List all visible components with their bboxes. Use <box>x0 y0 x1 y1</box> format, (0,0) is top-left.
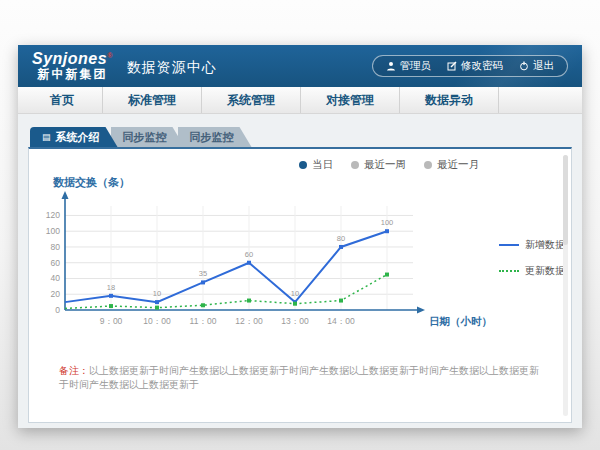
dotted-line-icon <box>499 270 519 272</box>
filter-last-week-label: 最近一周 <box>364 158 406 172</box>
tab-bar: ▤ 系统介绍 同步监控 同步监控 <box>30 127 582 147</box>
svg-text:80: 80 <box>337 234 345 243</box>
tab-system-intro[interactable]: ▤ 系统介绍 <box>30 127 118 147</box>
svg-text:18: 18 <box>107 283 115 292</box>
nav-item-home[interactable]: 首页 <box>22 87 103 113</box>
series-legend: 新增数据 更新数据 <box>499 238 569 278</box>
svg-text:13：00: 13：00 <box>281 316 309 326</box>
chart-row: 0204060801001209：0010：0011：0012：0013：001… <box>29 190 571 348</box>
document-icon: ▤ <box>42 133 51 142</box>
filter-last-month[interactable]: 最近一月 <box>424 158 479 172</box>
chart-panel: 当日 最近一周 最近一月 数据交换（条） 0204060801001209：00… <box>28 147 572 423</box>
line-chart: 0204060801001209：0010：0011：0012：0013：001… <box>29 190 499 348</box>
radio-selected-icon <box>299 161 307 169</box>
logo-text-en: Synjones® <box>32 51 113 68</box>
legend-updated-data: 更新数据 <box>499 264 569 278</box>
svg-text:9：00: 9：00 <box>100 316 123 326</box>
admin-user-button[interactable]: 管理员 <box>386 59 432 73</box>
y-axis-title: 数据交换（条） <box>53 175 571 190</box>
svg-text:10: 10 <box>153 289 161 298</box>
filter-last-week[interactable]: 最近一周 <box>351 158 406 172</box>
footer-note: 备注：以上数据更新于时间产生数据以上数据更新于时间产生数据以上数据更新于时间产生… <box>59 364 547 392</box>
app-header: Synjones® 新中新集团 数据资源中心 管理员 修改密码 退出 <box>18 45 582 87</box>
logout-label: 退出 <box>533 59 554 73</box>
user-icon <box>386 61 396 71</box>
svg-text:10: 10 <box>291 289 299 298</box>
svg-text:20: 20 <box>51 289 61 299</box>
svg-text:120: 120 <box>46 210 60 220</box>
content-area: ▤ 系统介绍 同步监控 同步监控 当日 最近一周 <box>18 114 582 423</box>
admin-user-label: 管理员 <box>400 59 432 73</box>
svg-text:10：00: 10：00 <box>143 316 171 326</box>
nav-item-standard-mgmt[interactable]: 标准管理 <box>103 87 202 113</box>
filter-today-label: 当日 <box>312 158 333 172</box>
svg-text:35: 35 <box>199 269 207 278</box>
solid-line-icon <box>499 244 519 246</box>
tab-sync-monitor-2-label: 同步监控 <box>190 130 234 145</box>
user-toolbar: 管理员 修改密码 退出 <box>372 55 569 77</box>
change-password-label: 修改密码 <box>461 59 503 73</box>
filter-last-month-label: 最近一月 <box>437 158 479 172</box>
radio-unselected-icon <box>424 161 432 169</box>
svg-text:0: 0 <box>55 305 60 315</box>
page-title: 数据资源中心 <box>127 59 217 77</box>
tab-sync-monitor-1[interactable]: 同步监控 <box>111 127 185 147</box>
tab-sync-monitor-1-label: 同步监控 <box>123 130 167 145</box>
logout-button[interactable]: 退出 <box>519 59 554 73</box>
svg-text:40: 40 <box>51 273 61 283</box>
time-range-filter: 当日 最近一周 最近一月 <box>299 158 479 172</box>
app-window: Synjones® 新中新集团 数据资源中心 管理员 修改密码 退出 首页 标准… <box>18 45 582 428</box>
company-logo: Synjones® 新中新集团 <box>32 51 113 80</box>
tab-system-intro-label: 系统介绍 <box>56 130 100 145</box>
svg-text:100: 100 <box>46 226 60 236</box>
nav-item-system-mgmt[interactable]: 系统管理 <box>202 87 301 113</box>
svg-text:100: 100 <box>381 218 394 227</box>
radio-unselected-icon <box>351 161 359 169</box>
svg-text:60: 60 <box>51 258 61 268</box>
svg-text:60: 60 <box>245 250 253 259</box>
svg-text:80: 80 <box>51 242 61 252</box>
main-nav: 首页 标准管理 系统管理 对接管理 数据异动 <box>18 87 582 114</box>
registered-mark: ® <box>107 52 113 59</box>
note-text: 以上数据更新于时间产生数据以上数据更新于时间产生数据以上数据更新于时间产生数据以… <box>59 365 539 390</box>
svg-text:日期（小时）: 日期（小时） <box>429 315 492 328</box>
svg-text:11：00: 11：00 <box>190 316 217 326</box>
edit-icon <box>447 61 457 71</box>
scrollbar-thumb[interactable] <box>563 155 568 245</box>
change-password-button[interactable]: 修改密码 <box>447 59 503 73</box>
nav-item-data-change[interactable]: 数据异动 <box>400 87 499 113</box>
power-icon <box>519 61 529 71</box>
legend-new-data: 新增数据 <box>499 238 569 252</box>
legend-updated-data-label: 更新数据 <box>525 264 565 278</box>
svg-text:14：00: 14：00 <box>327 316 355 326</box>
legend-new-data-label: 新增数据 <box>525 238 565 252</box>
logo-text-cn: 新中新集团 <box>32 68 113 81</box>
filter-today[interactable]: 当日 <box>299 158 333 172</box>
nav-item-interface-mgmt[interactable]: 对接管理 <box>301 87 400 113</box>
tab-sync-monitor-2[interactable]: 同步监控 <box>178 127 252 147</box>
svg-text:12：00: 12：00 <box>235 316 263 326</box>
note-prefix: 备注： <box>59 365 89 376</box>
